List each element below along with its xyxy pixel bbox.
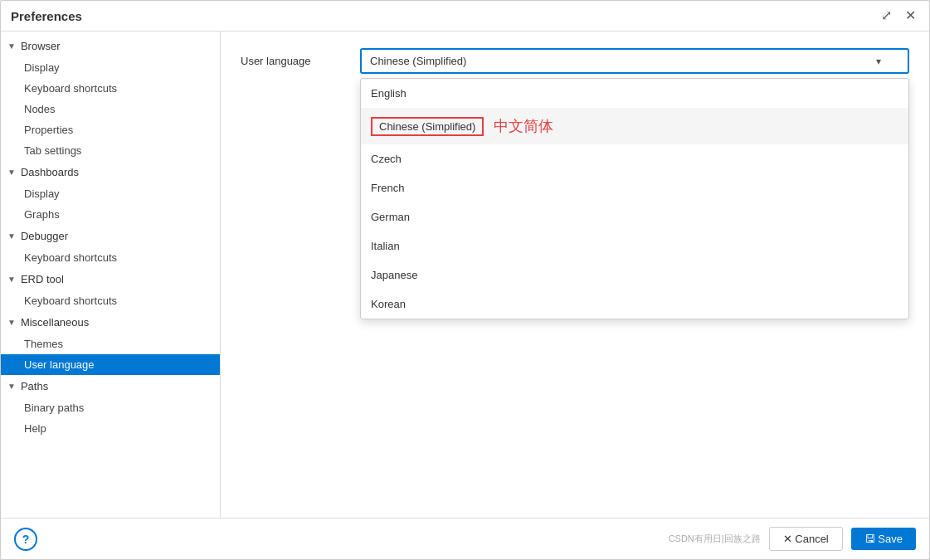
sidebar-group-label-browser: Browser	[21, 40, 61, 52]
dropdown-item-japanese[interactable]: Japanese	[361, 261, 908, 290]
sidebar-item-keyboard-erd[interactable]: Keyboard shortcuts	[1, 290, 220, 311]
sidebar-item-binary-paths[interactable]: Binary paths	[1, 397, 220, 418]
close-button[interactable]: ✕	[902, 7, 919, 24]
sidebar-group-dashboards: ▼ Dashboards Display Graphs	[1, 161, 220, 225]
sidebar-group-label-debugger: Debugger	[21, 230, 68, 242]
language-dropdown: English Chinese (Simplified) 中文简体 Czech …	[360, 78, 909, 319]
lang-native-chinese: 中文简体	[494, 116, 553, 136]
sidebar-item-tab-settings[interactable]: Tab settings	[1, 140, 220, 161]
sidebar-group-label-dashboards: Dashboards	[21, 166, 79, 178]
watermark-text: CSDN有用日|回族之路	[669, 533, 761, 545]
sidebar: ▼ Browser Display Keyboard shortcuts Nod…	[1, 32, 221, 518]
sidebar-group-misc: ▼ Miscellaneous Themes User language	[1, 311, 220, 375]
sidebar-group-header-misc[interactable]: ▼ Miscellaneous	[1, 311, 220, 334]
lang-box-chinese: Chinese (Simplified)	[371, 117, 484, 136]
sidebar-group-header-debugger[interactable]: ▼ Debugger	[1, 225, 220, 247]
sidebar-group-label-erd: ERD tool	[21, 273, 64, 285]
header-actions: ⤢ ✕	[878, 7, 919, 24]
dropdown-item-czech[interactable]: Czech	[361, 144, 908, 173]
chevron-icon: ▼	[7, 168, 16, 177]
sidebar-group-label-misc: Miscellaneous	[21, 316, 89, 329]
sidebar-item-help[interactable]: Help	[1, 418, 220, 439]
footer-right: CSDN有用日|回族之路 ✕ Cancel 🖫 Save	[669, 527, 916, 551]
sidebar-group-header-paths[interactable]: ▼ Paths	[1, 375, 220, 397]
sidebar-item-graphs[interactable]: Graphs	[1, 204, 220, 225]
sidebar-item-display-browser[interactable]: Display	[1, 57, 220, 78]
sidebar-item-user-language[interactable]: User language	[1, 354, 220, 375]
main-content: User language Chinese (Simplified) ▾ Eng…	[221, 32, 929, 518]
dialog-footer: ? CSDN有用日|回族之路 ✕ Cancel 🖫 Save	[1, 518, 929, 559]
chevron-icon: ▼	[7, 275, 16, 284]
dropdown-item-chinese-simplified[interactable]: Chinese (Simplified) 中文简体	[361, 108, 908, 144]
language-select[interactable]: Chinese (Simplified) ▾	[360, 48, 909, 74]
sidebar-item-keyboard-browser[interactable]: Keyboard shortcuts	[1, 78, 220, 99]
sidebar-group-browser: ▼ Browser Display Keyboard shortcuts Nod…	[1, 35, 220, 161]
help-button[interactable]: ?	[14, 528, 37, 551]
dropdown-item-italian[interactable]: Italian	[361, 231, 908, 261]
dialog-body: ▼ Browser Display Keyboard shortcuts Nod…	[1, 32, 929, 518]
dropdown-item-english[interactable]: English	[361, 79, 908, 108]
sidebar-item-display-dashboards[interactable]: Display	[1, 183, 220, 204]
dialog-title: Preferences	[11, 9, 82, 23]
chevron-icon: ▼	[7, 318, 16, 327]
sidebar-item-keyboard-debugger[interactable]: Keyboard shortcuts	[1, 247, 220, 268]
sidebar-group-header-browser[interactable]: ▼ Browser	[1, 35, 220, 57]
preferences-dialog: Preferences ⤢ ✕ ▼ Browser Display Keyboa…	[0, 0, 930, 560]
footer-left: ?	[14, 528, 37, 551]
chevron-icon: ▼	[7, 41, 16, 51]
field-control-language: Chinese (Simplified) ▾ English Chinese (…	[360, 48, 909, 74]
dialog-header: Preferences ⤢ ✕	[1, 1, 929, 32]
sidebar-group-erd: ▼ ERD tool Keyboard shortcuts	[1, 268, 220, 311]
sidebar-group-header-erd[interactable]: ▼ ERD tool	[1, 268, 220, 290]
chevron-icon: ▼	[7, 382, 16, 391]
save-button[interactable]: 🖫 Save	[851, 528, 916, 550]
dropdown-item-german[interactable]: German	[361, 202, 908, 231]
field-row-language: User language Chinese (Simplified) ▾ Eng…	[241, 48, 909, 74]
sidebar-group-label-paths: Paths	[21, 380, 48, 392]
sidebar-item-nodes[interactable]: Nodes	[1, 99, 220, 119]
chevron-icon: ▼	[7, 231, 16, 241]
field-label-language: User language	[241, 48, 340, 67]
sidebar-group-header-dashboards[interactable]: ▼ Dashboards	[1, 161, 220, 183]
sidebar-group-paths: ▼ Paths Binary paths Help	[1, 375, 220, 439]
dropdown-item-korean[interactable]: Korean	[361, 290, 908, 319]
selected-language: Chinese (Simplified)	[370, 55, 466, 67]
sidebar-item-themes[interactable]: Themes	[1, 334, 220, 354]
sidebar-group-debugger: ▼ Debugger Keyboard shortcuts	[1, 225, 220, 268]
dropdown-item-french[interactable]: French	[361, 173, 908, 202]
sidebar-item-properties[interactable]: Properties	[1, 119, 220, 140]
chevron-down-icon: ▾	[876, 56, 881, 67]
expand-button[interactable]: ⤢	[878, 7, 895, 24]
cancel-button[interactable]: ✕ Cancel	[769, 527, 843, 551]
